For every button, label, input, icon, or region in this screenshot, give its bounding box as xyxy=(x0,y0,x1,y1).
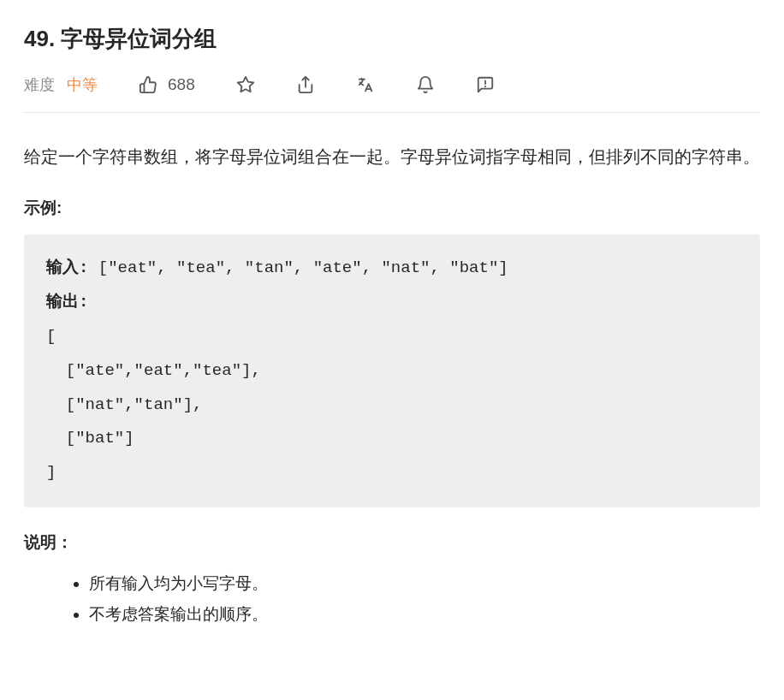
difficulty-group: 难度 中等 xyxy=(24,74,98,95)
share-icon[interactable] xyxy=(296,75,315,94)
problem-title: 49. 字母异位词分组 xyxy=(24,24,760,54)
translate-icon[interactable] xyxy=(356,75,375,94)
thumbs-up-icon[interactable] xyxy=(139,75,157,94)
feedback-icon[interactable] xyxy=(476,75,495,94)
likes-group[interactable]: 688 xyxy=(139,75,195,94)
difficulty-value: 中等 xyxy=(67,74,98,95)
difficulty-label: 难度 xyxy=(24,74,55,95)
star-icon[interactable] xyxy=(236,75,255,94)
bell-icon[interactable] xyxy=(416,75,435,94)
problem-description: 给定一个字符串数组，将字母异位词组合在一起。字母异位词指字母相同，但排列不同的字… xyxy=(24,140,760,173)
input-label: 输入: xyxy=(46,258,98,277)
notes-label: 说明： xyxy=(24,531,760,554)
list-item: 不考虑答案输出的顺序。 xyxy=(89,600,760,629)
likes-count: 688 xyxy=(168,75,195,94)
example-code-block: 输入: ["eat", "tea", "tan", "ate", "nat", … xyxy=(24,234,760,507)
output-value: [ ["ate","eat","tea"], ["nat","tan"], ["… xyxy=(46,327,261,483)
input-value: ["eat", "tea", "tan", "ate", "nat", "bat… xyxy=(98,258,508,277)
meta-row: 难度 中等 688 xyxy=(24,74,760,113)
example-label: 示例: xyxy=(24,197,760,219)
svg-marker-0 xyxy=(238,77,253,92)
notes-list: 所有输入均为小写字母。 不考虑答案输出的顺序。 xyxy=(24,569,760,629)
output-label: 输出: xyxy=(46,293,88,311)
list-item: 所有输入均为小写字母。 xyxy=(89,569,760,598)
